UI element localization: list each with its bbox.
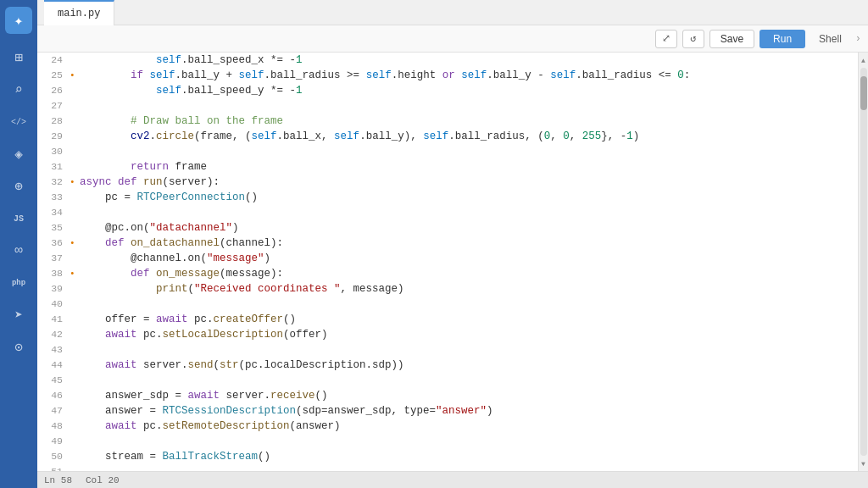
- line-code[interactable]: if self.ball_y + self.ball_radius >= sel…: [80, 68, 856, 83]
- save-button[interactable]: Save: [709, 30, 754, 48]
- line-code[interactable]: [80, 98, 856, 114]
- line-number: 36: [39, 236, 70, 251]
- run-button[interactable]: Run: [760, 30, 805, 48]
- line-number: 33: [39, 190, 70, 205]
- table-row: 32•async def run(server):: [37, 175, 858, 190]
- line-code[interactable]: [80, 464, 856, 471]
- line-marker: •: [70, 175, 80, 190]
- line-number: 29: [39, 129, 70, 144]
- app-logo[interactable]: ✦: [5, 7, 32, 34]
- toolbar: ⤢ ↺ Save Run Shell ›: [37, 25, 868, 53]
- tab-label: main.py: [58, 8, 100, 19]
- scroll-down-arrow[interactable]: ▼: [860, 458, 868, 469]
- line-code[interactable]: await server.send(str(pc.localDescriptio…: [80, 358, 856, 373]
- sidebar-icon-debug[interactable]: ◈: [3, 139, 34, 169]
- statusbar: Ln 58 Col 20: [37, 471, 868, 488]
- table-row: 31 return frame: [37, 159, 858, 175]
- refresh-button[interactable]: ↺: [682, 30, 704, 48]
- line-marker: •: [70, 236, 80, 251]
- table-row: 48 await pc.setRemoteDescription(answer): [37, 419, 858, 434]
- logo-icon: ✦: [14, 11, 24, 30]
- table-row: 40: [37, 297, 858, 312]
- table-row: 47 answer = RTCSessionDescription(sdp=an…: [37, 403, 858, 419]
- code-editor[interactable]: 24 self.ball_speed_x *= -125• if self.ba…: [37, 53, 858, 471]
- table-row: 33 pc = RTCPeerConnection(): [37, 190, 858, 205]
- refresh-icon: ↺: [690, 32, 696, 45]
- line-code[interactable]: [80, 373, 856, 388]
- line-number: 47: [39, 403, 70, 419]
- line-number: 48: [39, 419, 70, 434]
- scroll-thumb[interactable]: [860, 76, 867, 110]
- line-number: 37: [39, 251, 70, 266]
- sidebar-icon-globe[interactable]: ⊙: [3, 332, 34, 363]
- line-code[interactable]: @channel.on("message"): [80, 251, 856, 266]
- line-code[interactable]: [80, 342, 856, 358]
- line-number: 51: [39, 464, 70, 471]
- table-row: 27: [37, 98, 858, 114]
- sidebar-icon-files[interactable]: ⊞: [3, 42, 34, 73]
- scroll-up-arrow[interactable]: ▲: [860, 54, 868, 66]
- table-row: 37 @channel.on("message"): [37, 251, 858, 266]
- table-row: 49: [37, 434, 858, 449]
- sidebar-icon-link[interactable]: ∞: [3, 236, 34, 266]
- table-row: 46 answer_sdp = await server.receive(): [37, 388, 858, 403]
- table-row: 25• if self.ball_y + self.ball_radius >=…: [37, 68, 858, 83]
- line-code[interactable]: pc = RTCPeerConnection(): [80, 190, 856, 205]
- sidebar-icon-js[interactable]: JS: [3, 203, 34, 234]
- line-code[interactable]: [80, 144, 856, 159]
- line-number: 40: [39, 297, 70, 312]
- line-code[interactable]: offer = await pc.createOffer(): [80, 312, 856, 327]
- line-marker: •: [70, 68, 80, 83]
- table-row: 35 @pc.on("datachannel"): [37, 220, 858, 236]
- editor-container: 24 self.ball_speed_x *= -125• if self.ba…: [37, 53, 868, 471]
- table-row: 24 self.ball_speed_x *= -1: [37, 53, 858, 68]
- line-code[interactable]: [80, 205, 856, 220]
- line-code[interactable]: cv2.circle(frame, (self.ball_x, self.bal…: [80, 129, 856, 144]
- table-row: 45: [37, 373, 858, 388]
- line-code[interactable]: print("Received coordinates ", message): [80, 281, 856, 297]
- line-code[interactable]: await pc.setLocalDescription(offer): [80, 327, 856, 342]
- line-code[interactable]: @pc.on("datachannel"): [80, 220, 856, 236]
- table-row: 50 stream = BallTrackStream(): [37, 449, 858, 464]
- line-code[interactable]: await pc.setRemoteDescription(answer): [80, 419, 856, 434]
- line-code[interactable]: stream = BallTrackStream(): [80, 449, 856, 464]
- line-code[interactable]: def on_datachannel(channel):: [80, 236, 856, 251]
- sidebar-icon-search[interactable]: ⌕: [3, 75, 34, 105]
- line-number: 44: [39, 358, 70, 373]
- sidebar-icon-code[interactable]: </>: [3, 107, 34, 137]
- table-row: 38• def on_message(message):: [37, 266, 858, 281]
- line-number: 27: [39, 98, 70, 114]
- tabbar: main.py: [37, 0, 868, 25]
- line-marker: •: [70, 266, 80, 281]
- line-code[interactable]: self.ball_speed_y *= -1: [80, 83, 856, 98]
- line-number: 32: [39, 175, 70, 190]
- line-code[interactable]: async def run(server):: [80, 175, 856, 190]
- line-number: 26: [39, 83, 70, 98]
- line-code[interactable]: answer = RTCSessionDescription(sdp=answe…: [80, 403, 856, 419]
- line-number: 43: [39, 342, 70, 358]
- table-row: 36• def on_datachannel(channel):: [37, 236, 858, 251]
- line-code[interactable]: [80, 297, 856, 312]
- expand-button[interactable]: ⤢: [655, 30, 677, 48]
- tab-main-py[interactable]: main.py: [44, 0, 114, 25]
- line-code[interactable]: [80, 434, 856, 449]
- scrollbar[interactable]: ▲ ▼: [858, 53, 868, 471]
- line-code[interactable]: def on_message(message):: [80, 266, 856, 281]
- table-row: 39 print("Received coordinates ", messag…: [37, 281, 858, 297]
- sidebar-icon-swift[interactable]: ➤: [3, 300, 34, 330]
- line-number: 31: [39, 159, 70, 175]
- line-number: 25: [39, 68, 70, 83]
- line-number: 41: [39, 312, 70, 327]
- sidebar-icon-extensions[interactable]: ⊕: [3, 171, 34, 202]
- line-number: 28: [39, 114, 70, 129]
- line-number: 42: [39, 327, 70, 342]
- line-number: 39: [39, 281, 70, 297]
- line-code[interactable]: return frame: [80, 159, 856, 175]
- line-code[interactable]: # Draw ball on the frame: [80, 114, 856, 129]
- shell-button[interactable]: Shell: [810, 30, 850, 48]
- line-code[interactable]: self.ball_speed_x *= -1: [80, 53, 856, 68]
- line-number: 50: [39, 449, 70, 464]
- sidebar-icon-php[interactable]: php: [3, 268, 34, 298]
- line-number: 46: [39, 388, 70, 403]
- line-code[interactable]: answer_sdp = await server.receive(): [80, 388, 856, 403]
